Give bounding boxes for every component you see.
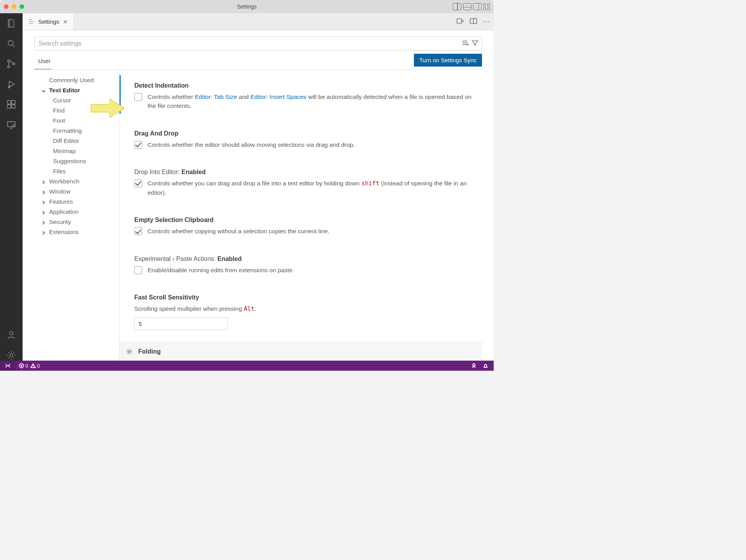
checkbox-drag-and-drop[interactable] [134,141,142,149]
search-icon[interactable] [6,38,17,49]
link-editor-tab-size[interactable]: Editor: Tab Size [195,93,237,100]
setting-empty-selection-clipboard: Empty Selection Clipboard Controls wheth… [120,210,482,239]
settings-search-input[interactable] [39,40,461,47]
layout-right-icon[interactable] [473,3,482,10]
tree-minimap[interactable]: Minimap [34,146,119,156]
settings-gear-icon[interactable] [6,350,17,361]
svg-point-12 [10,354,13,357]
customize-layout-icon[interactable] [483,4,490,10]
window-title: Settings [237,4,257,10]
extensions-icon[interactable] [6,99,17,110]
svg-rect-13 [457,19,462,23]
notifications-icon[interactable] [483,363,488,368]
tree-font[interactable]: Font [34,116,119,126]
checkbox-empty-selection[interactable] [134,227,142,235]
svg-rect-9 [7,122,15,127]
filter-icon[interactable] [472,39,479,48]
setting-title: Drag And Drop [134,130,473,137]
chevron-right-icon [41,179,46,184]
checkbox-drop-into-editor[interactable] [134,180,142,187]
source-control-icon[interactable] [6,58,17,69]
run-debug-icon[interactable] [6,79,17,90]
tree-features[interactable]: Features [34,197,119,207]
gear-icon[interactable] [126,348,133,357]
settings-body: Commonly Used Text Editor Cursor Find Fo… [34,72,482,361]
split-editor-icon[interactable] [470,18,477,25]
tree-window[interactable]: Window [34,187,119,197]
accounts-icon[interactable] [6,329,17,340]
remote-indicator-icon[interactable] [0,361,16,371]
setting-folding: Folding [120,342,482,360]
app-body: Settings × ··· [0,13,494,361]
tree-security[interactable]: Security [34,217,119,227]
setting-drag-and-drop: Drag And Drop Controls whether the edito… [120,123,482,152]
settings-sync-button[interactable]: Turn on Settings Sync [414,54,482,67]
svg-rect-6 [12,100,15,104]
status-errors[interactable]: 0 [19,363,28,369]
setting-detect-indentation: Detect Indentation Controls whether Edit… [120,75,482,114]
close-tab-icon[interactable]: × [63,18,67,25]
tree-commonly-used[interactable]: Commonly Used [34,75,119,85]
svg-point-2 [8,66,10,68]
window-close-icon[interactable] [4,4,9,9]
chevron-right-icon [41,220,46,224]
svg-point-0 [8,41,13,46]
settings-tab-icon [29,19,34,24]
feedback-icon[interactable] [471,363,477,368]
svg-point-10 [13,125,15,127]
status-warnings[interactable]: 0 [30,363,40,369]
tree-diff-editor[interactable]: Diff Editor [34,136,119,146]
link-editor-insert-spaces[interactable]: Editor: Insert Spaces [250,93,306,100]
tree-extensions[interactable]: Extensions [34,227,119,237]
setting-title: Detect Indentation [134,82,473,89]
tree-files[interactable]: Files [34,166,119,176]
layout-bottom-icon[interactable] [463,3,472,10]
open-settings-json-icon[interactable] [456,18,464,25]
setting-title: Empty Selection Clipboard [134,217,473,224]
tree-application[interactable]: Application [34,207,119,217]
input-fast-scroll-sensitivity[interactable] [134,317,228,330]
editor-area: Settings × ··· [23,13,494,361]
clear-search-icon[interactable] [461,39,468,48]
window-minimize-icon[interactable] [12,4,16,9]
more-actions-icon[interactable]: ··· [483,18,490,26]
layout-left-icon[interactable] [453,3,461,10]
explorer-icon[interactable] [6,18,17,29]
checkbox-paste-actions[interactable] [134,266,142,274]
chevron-right-icon [41,210,46,214]
setting-description: Controls whether you can drag and drop a… [148,179,473,197]
tree-find[interactable]: Find [34,106,119,116]
remote-explorer-icon[interactable] [6,119,17,130]
setting-title: Drop Into Editor: Enabled [134,169,473,176]
tree-formatting[interactable]: Formatting [34,126,119,136]
chevron-right-icon [41,189,46,194]
tree-workbench[interactable]: Workbench [34,176,119,187]
window-traffic-lights[interactable] [4,4,24,9]
setting-paste-actions: Experimental › Paste Actions: Enabled En… [120,248,482,278]
activity-bar [0,13,23,361]
status-bar: 0 0 [0,361,494,371]
setting-description: Controls whether copying without a selec… [148,227,329,236]
tab-bar: Settings × ··· [23,13,494,30]
svg-rect-8 [12,105,15,108]
chevron-down-icon [41,88,46,93]
settings-search-box[interactable] [34,37,482,51]
titlebar: Settings [0,0,494,13]
setting-drop-into-editor: Drop Into Editor: Enabled Controls wheth… [120,162,482,201]
window-maximize-icon[interactable] [19,4,24,9]
settings-panel[interactable]: Detect Indentation Controls whether Edit… [119,72,482,361]
svg-point-3 [13,63,15,65]
settings-tree[interactable]: Commonly Used Text Editor Cursor Find Fo… [34,72,119,361]
tree-text-editor[interactable]: Text Editor [34,85,119,95]
tab-settings[interactable]: Settings × [23,13,74,30]
svg-point-15 [128,350,130,352]
setting-description: Controls whether the editor should allow… [148,140,355,149]
settings-editor: User Turn on Settings Sync Commonly Used… [23,30,494,361]
settings-scope-row: User Turn on Settings Sync [34,53,482,70]
scope-tab-user[interactable]: User [34,53,51,69]
tree-cursor[interactable]: Cursor [34,95,119,106]
checkbox-detect-indentation[interactable] [134,93,142,101]
setting-description: Controls whether Editor: Tab Size and Ed… [148,92,473,111]
tree-suggestions[interactable]: Suggestions [34,156,119,166]
setting-fast-scroll-sensitivity: Fast Scroll Sensitivity Scrolling speed … [120,287,482,333]
